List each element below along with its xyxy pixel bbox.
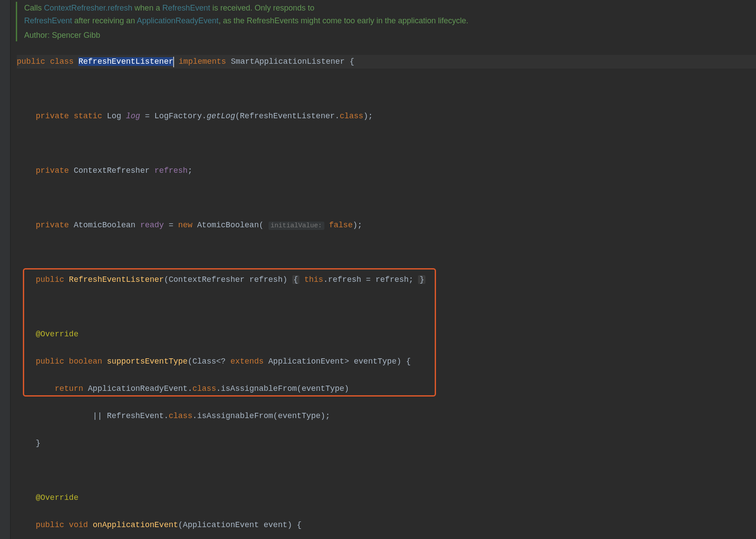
fold-close[interactable]: } — [418, 275, 425, 284]
code-line[interactable] — [17, 137, 756, 150]
code-line[interactable]: private static Log log = LogFactory.getL… — [17, 109, 756, 123]
type-ref: RefreshEventListener. — [240, 112, 340, 120]
annotation: @Override — [36, 493, 78, 502]
code-line[interactable]: public boolean supportsEventType(Class<?… — [17, 355, 756, 368]
keyword: class — [169, 412, 193, 420]
keyword: public — [36, 521, 64, 529]
code-line[interactable]: public void onApplicationEvent(Applicati… — [17, 518, 756, 532]
code-line[interactable]: || RefreshEvent.class.isAssignableFrom(e… — [17, 409, 756, 423]
keyword: class — [193, 384, 216, 393]
type-ref: Log — [107, 112, 121, 120]
code-line[interactable]: private AtomicBoolean ready = new Atomic… — [17, 219, 756, 232]
keyword: public — [36, 275, 64, 284]
doc-text: when a — [132, 4, 162, 12]
selected-classname: RefreshEventListener — [78, 57, 173, 66]
keyword: static — [74, 112, 102, 120]
keyword: boolean — [69, 357, 102, 366]
code-text: .isAssignableFrom(eventType); — [193, 412, 330, 420]
keyword: private — [36, 166, 69, 175]
doc-link-refresh[interactable]: ContextRefresher.refresh — [44, 4, 132, 12]
code-area[interactable]: public class RefreshEventListener implem… — [12, 41, 756, 539]
brace: { — [349, 57, 354, 66]
keyword: extends — [230, 357, 264, 366]
keyword: return — [55, 384, 83, 393]
code-editor[interactable]: Calls ContextRefresher.refresh when a Re… — [0, 0, 756, 539]
doc-text: after receiving an — [72, 16, 137, 25]
code-line[interactable]: @Override — [17, 491, 756, 505]
code-line[interactable] — [17, 246, 756, 259]
brace: } — [36, 439, 40, 448]
code-line[interactable]: public RefreshEventListener(ContextRefre… — [17, 273, 756, 287]
doc-author: Spencer Gibb — [50, 31, 100, 40]
field: refresh — [154, 166, 188, 175]
doc-author-label: Author: — [24, 31, 50, 40]
doc-text: is received. Only responds to — [210, 4, 314, 12]
doc-text: , as the RefreshEvents might come too ea… — [218, 16, 468, 25]
type-ref: RefreshEvent. — [107, 412, 168, 420]
keyword: void — [69, 521, 88, 529]
code-line[interactable]: return ApplicationReadyEvent.class.isAss… — [17, 382, 756, 396]
constructor: RefreshEventListener — [69, 275, 164, 284]
param: ContextRefresher refresh — [169, 275, 283, 284]
code-text: (ApplicationEvent event) { — [178, 521, 302, 529]
keyword: class — [340, 112, 363, 120]
code-text: .refresh = refresh; — [323, 275, 418, 284]
keyword: public — [17, 57, 45, 66]
doc-link-appready[interactable]: ApplicationReadyEvent — [137, 16, 218, 25]
method: onApplicationEvent — [93, 521, 178, 529]
caret — [173, 57, 174, 67]
fold-open[interactable]: { — [292, 275, 300, 284]
type-ref: SmartApplicationListener — [231, 57, 345, 66]
code-line[interactable]: @Override — [17, 328, 756, 341]
keyword: private — [36, 112, 69, 120]
code-text: .isAssignableFrom(eventType) — [216, 384, 349, 393]
type-ref: ApplicationReadyEvent. — [88, 384, 193, 393]
field: log — [126, 112, 140, 120]
keyword: public — [36, 357, 64, 366]
annotation: @Override — [36, 330, 78, 339]
editor-gutter — [0, 0, 11, 539]
method-call: getLog — [207, 112, 235, 120]
type-ref: AtomicBoolean — [74, 221, 135, 229]
doc-text: Calls — [24, 4, 44, 12]
code-line[interactable]: private ContextRefresher refresh; — [17, 164, 756, 178]
type-ref: LogFactory — [154, 112, 202, 120]
code-text: ApplicationEvent> eventType) { — [264, 357, 411, 366]
keyword: this — [304, 275, 323, 284]
code-line[interactable] — [17, 464, 756, 477]
code-line[interactable] — [17, 300, 756, 314]
type-ref: AtomicBoolean — [197, 221, 259, 229]
code-text: (Class<? — [188, 357, 230, 366]
doc-link-refreshevent[interactable]: RefreshEvent — [162, 4, 210, 12]
code-line[interactable]: public class RefreshEventListener implem… — [17, 55, 756, 69]
operator: || — [93, 412, 107, 420]
keyword: new — [178, 221, 192, 229]
param-hint: initialValue: — [269, 222, 324, 230]
keyword: class — [50, 57, 74, 66]
code-line[interactable] — [17, 191, 756, 205]
code-line[interactable]: } — [17, 437, 756, 450]
keyword: private — [36, 221, 69, 229]
code-line[interactable] — [17, 82, 756, 96]
keyword: implements — [178, 57, 226, 66]
javadoc-block: Calls ContextRefresher.refresh when a Re… — [16, 2, 756, 41]
doc-link-refreshevent2[interactable]: RefreshEvent — [24, 16, 72, 25]
method: supportsEventType — [107, 357, 188, 366]
field: ready — [140, 221, 164, 229]
type-ref: ContextRefresher — [74, 166, 150, 175]
keyword: false — [329, 221, 353, 229]
